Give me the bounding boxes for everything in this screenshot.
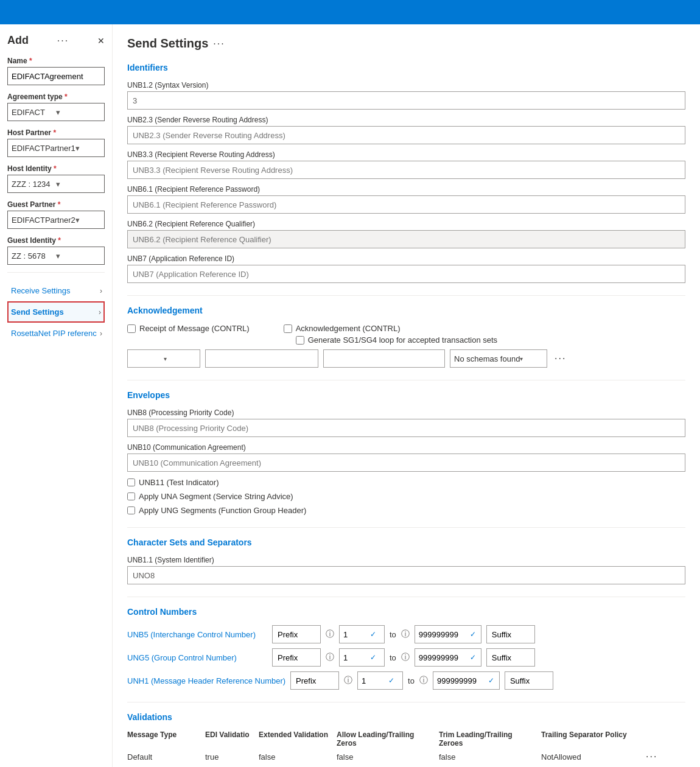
right-panel: Send Settings ··· Identifiers UNB1.2 (Sy… (113, 24, 700, 767)
unb33-input[interactable] (127, 161, 685, 179)
host-partner-required: * (53, 128, 56, 137)
unb5-suffix-input[interactable] (486, 625, 535, 643)
ung-segments-checkbox[interactable] (127, 506, 135, 514)
validations-title: Validations (127, 712, 685, 724)
guest-identity-dropdown[interactable]: ZZ : 5678 ▾ (7, 247, 105, 265)
name-input[interactable] (12, 72, 113, 81)
guest-identity-required: * (58, 236, 61, 245)
unb7-input[interactable] (127, 265, 685, 283)
unb11-checkbox[interactable] (127, 478, 135, 486)
ack-more-button[interactable]: ··· (552, 353, 569, 364)
agreement-type-field-group: Agreement type * EDIFACT ▾ (7, 93, 105, 121)
unb8-input[interactable] (127, 419, 685, 437)
panel-close-button[interactable]: ✕ (97, 36, 105, 46)
ack-contrl-checkbox[interactable] (284, 324, 292, 333)
host-identity-dropdown[interactable]: ZZZ : 1234 ▾ (7, 175, 105, 193)
unh1-prefix-input[interactable] (290, 671, 339, 690)
receipt-of-message-checkbox[interactable] (127, 324, 136, 333)
host-partner-field-group: Host Partner * EDIFACTPartner1 ▾ (7, 128, 105, 157)
vh-trim-leading: Trim Leading/Trailing Zeroes (439, 730, 536, 748)
val-default-more-button[interactable]: ··· (643, 751, 662, 762)
unb7-field-row: UNB7 (Application Reference ID) (127, 254, 685, 283)
vh-extended-validation: Extended Validation (259, 730, 332, 748)
unh1-suffix-input[interactable] (505, 671, 553, 690)
right-panel-title: Send Settings (127, 37, 208, 51)
val-default-trailing-policy: NotAllowed (541, 752, 639, 762)
character-sets-section: Character Sets and Separators UNB1.1 (Sy… (127, 538, 685, 584)
nav-divider (7, 272, 105, 273)
val-default-edi: true (205, 752, 254, 762)
agreement-type-label: Agreement type * (7, 93, 105, 101)
ung5-from-input[interactable] (343, 653, 368, 662)
ung5-max-wrapper: ✓ (415, 648, 481, 667)
agreement-type-dropdown[interactable]: EDIFACT ▾ (7, 103, 105, 121)
ung5-suffix-input[interactable] (486, 648, 535, 667)
guest-identity-field-group: Guest Identity * ZZ : 5678 ▾ (7, 236, 105, 265)
name-required: * (29, 57, 32, 65)
ung5-check-icon: ✓ (370, 653, 376, 662)
right-panel-dots-menu[interactable]: ··· (213, 38, 225, 49)
ung-segments-label: Apply UNG Segments (Function Group Heade… (139, 506, 306, 515)
guest-partner-field-group: Guest Partner * EDIFACTPartner2 ▾ (7, 200, 105, 229)
una-segment-checkbox[interactable] (127, 492, 135, 500)
unb23-input[interactable] (127, 126, 685, 144)
unh1-from-input[interactable] (362, 676, 386, 685)
character-sets-divider (127, 597, 685, 597)
unb5-to-label: to (390, 630, 396, 639)
ung-segments-checkbox-row: Apply UNG Segments (Function Group Heade… (127, 506, 685, 515)
ung5-max-input[interactable] (419, 653, 467, 662)
ung5-to-label: to (390, 653, 396, 662)
host-identity-field-group: Host Identity * ZZZ : 1234 ▾ (7, 164, 105, 193)
unh1-info-icon: ⓘ (344, 675, 352, 686)
envelopes-divider (127, 527, 685, 528)
host-partner-dropdown[interactable]: EDIFACTPartner1 ▾ (7, 139, 105, 157)
unb61-input[interactable] (127, 195, 685, 214)
ack-contrl-label: Acknowledgement (CONTRL) (296, 324, 401, 333)
unb10-input[interactable] (127, 454, 685, 472)
unb5-prefix-input[interactable] (272, 625, 321, 643)
sidebar-item-receive-settings[interactable]: Receive Settings › (7, 280, 105, 301)
host-identity-required: * (54, 164, 57, 173)
ack-type-dropdown[interactable]: ▾ (127, 349, 200, 368)
ung5-info-icon: ⓘ (326, 652, 334, 663)
ung5-prefix-input[interactable] (272, 648, 321, 667)
unh1-max-input[interactable] (437, 676, 486, 685)
guest-partner-dropdown[interactable]: EDIFACTPartner2 ▾ (7, 211, 105, 229)
unh1-label: UNH1 (Message Header Reference Number) (127, 676, 285, 685)
una-segment-checkbox-row: Apply UNA Segment (Service String Advice… (127, 492, 685, 501)
unb62-input[interactable] (127, 230, 685, 248)
unb10-label: UNB10 (Communication Agreement) (127, 443, 685, 452)
ack-contrl-checkbox-wrapper: Acknowledgement (CONTRL) (284, 324, 497, 333)
unb33-field-row: UNB3.3 (Recipient Reverse Routing Addres… (127, 150, 685, 179)
unh1-check-icon: ✓ (388, 676, 394, 685)
ack-input-1[interactable] (205, 349, 318, 368)
unb5-max-input[interactable] (419, 630, 467, 639)
vh-allow-leading: Allow Leading/Trailing Zeros (337, 730, 434, 748)
name-input-wrapper[interactable]: ✓ (7, 67, 105, 85)
control-numbers-divider (127, 702, 685, 702)
send-settings-label: Send Settings (11, 307, 64, 317)
schema-dropdown[interactable]: No schemas found ▾ (450, 349, 547, 368)
panel-dots-menu[interactable]: ··· (57, 35, 69, 46)
generate-sg-checkbox-wrapper: Generate SG1/SG4 loop for accepted trans… (296, 335, 497, 345)
unh1-to-label: to (408, 676, 415, 685)
unb11-checkbox-row: UNB11 (Test Indicator) (127, 478, 685, 487)
unb10-field-row: UNB10 (Communication Agreement) (127, 443, 685, 472)
panel-title: Add (7, 34, 29, 47)
unb7-label: UNB7 (Application Reference ID) (127, 254, 685, 263)
unb8-label: UNB8 (Processing Priority Code) (127, 408, 685, 417)
unb62-field-row: UNB6.2 (Recipient Reference Qualifier) (127, 220, 685, 248)
ack-input-2[interactable] (323, 349, 445, 368)
unb5-row: UNB5 (Interchange Control Number) ⓘ ✓ to… (127, 625, 685, 643)
unb5-max-check-icon: ✓ (470, 630, 476, 639)
val-default-trim-leading: false (439, 752, 536, 762)
ack-type-dropdown-arrow: ▾ (164, 355, 196, 362)
generate-sg-checkbox[interactable] (296, 336, 304, 345)
character-set-input[interactable] (127, 566, 685, 584)
guest-identity-label: Guest Identity * (7, 236, 105, 245)
unb12-input[interactable] (127, 91, 685, 110)
sidebar-item-rosettanet[interactable]: RosettaNet PIP referenc › (7, 323, 105, 344)
sidebar-item-send-settings[interactable]: Send Settings › (7, 301, 105, 323)
unb5-from-input[interactable] (343, 630, 368, 639)
character-sets-title: Character Sets and Separators (127, 538, 685, 550)
